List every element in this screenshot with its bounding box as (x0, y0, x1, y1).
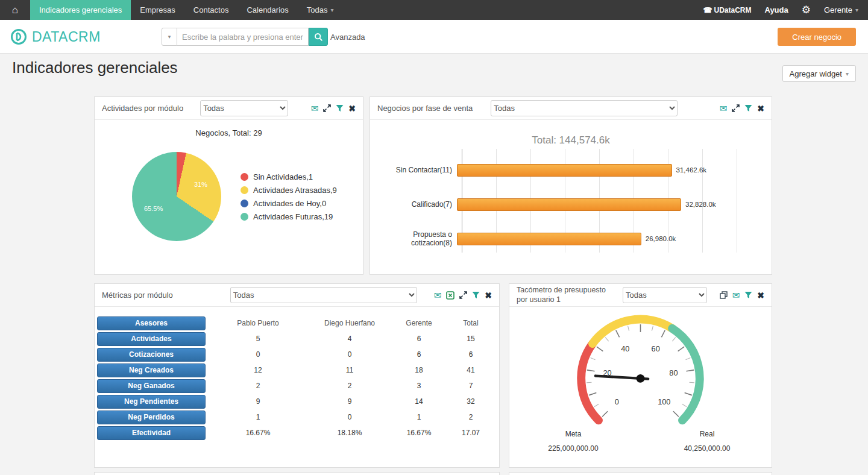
widget-header: Tacómetro de presupuesto por usuario 1 T… (509, 284, 772, 307)
table-cell: 1 (206, 413, 310, 421)
envelope-icon[interactable]: ✉ (434, 291, 442, 300)
bar (457, 164, 672, 177)
actividades-filter-select[interactable]: Todas (200, 100, 288, 116)
bar-row: Calificado(7) 32,828.0k (370, 197, 764, 212)
gear-icon[interactable]: ⚙ (802, 5, 811, 15)
metric-button-neg-ganados[interactable]: Neg Ganados (97, 379, 206, 393)
meta-label: Meta (525, 430, 621, 438)
table-cell: 6 (389, 335, 449, 343)
close-icon[interactable]: ✖ (757, 291, 764, 300)
metrics-table: Asesores Pablo Puerto Diego Huerfano Ger… (97, 315, 492, 441)
envelope-icon[interactable]: ✉ (732, 291, 740, 300)
pie-slice-label: 65.5% (144, 205, 163, 212)
nav-item-calendarios[interactable]: Calendarios (237, 0, 297, 20)
filter-icon[interactable] (336, 104, 344, 112)
excel-export-icon[interactable] (446, 291, 454, 300)
close-icon[interactable]: ✖ (348, 104, 356, 113)
widget-actividades-por-modulo: Actividades por módulo Todas ✉ ✖ Negocio… (94, 96, 363, 275)
metric-button-neg-pendientes[interactable]: Neg Pendientes (97, 395, 206, 409)
navbar-right: ☎ UDataCRM Ayuda ⚙ Gerente ▾ (703, 0, 868, 20)
next-widget-top-edge (94, 472, 500, 475)
legend-label: Actividades Futuras,19 (253, 212, 333, 221)
svg-text:0: 0 (615, 397, 619, 406)
legend-item: Sin Actividades,1 (241, 172, 337, 181)
caret-down-icon: ▾ (855, 7, 858, 13)
tacometro-filter-select[interactable]: Todas (623, 287, 707, 303)
table-cell: 3 (389, 382, 449, 390)
home-button[interactable]: ⌂ (0, 0, 30, 20)
create-business-button[interactable]: Crear negocio (778, 28, 856, 46)
table-cell: 18.18% (310, 429, 389, 437)
user-menu-label: Gerente (824, 5, 852, 14)
table-cell: 11 (310, 366, 389, 374)
metric-button-efectividad[interactable]: Efectividad (97, 426, 206, 440)
toolbar: DATACRM ▾ Avanzada Crear negocio (0, 20, 868, 54)
help-link[interactable]: Ayuda (764, 5, 788, 14)
table-cell: 0 (310, 350, 389, 359)
widget-title: Tacómetro de presupuesto por usuario 1 (517, 286, 615, 304)
envelope-icon[interactable]: ✉ (720, 104, 728, 113)
widget-actions: ✉ ✖ (720, 104, 764, 113)
metric-button-cotizaciones[interactable]: Cotizaciones (97, 348, 206, 362)
column-header: Total (449, 319, 492, 327)
nav-item-contactos[interactable]: Contactos (184, 0, 238, 20)
advanced-search-link[interactable]: Avanzada (330, 33, 365, 42)
user-menu[interactable]: Gerente ▾ (824, 5, 858, 14)
table-cell: 18 (389, 366, 449, 374)
metric-button-neg-creados[interactable]: Neg Creados (97, 363, 206, 377)
widget-tacometro-presupuesto: Tacómetro de presupuesto por usuario 1 T… (509, 283, 772, 468)
udatacrm-label: UDataCRM (714, 6, 751, 14)
widget-title: Negocios por fase de venta (377, 104, 473, 113)
pie-legend: Sin Actividades,1 Actividades Atrasadas,… (241, 168, 337, 225)
expand-icon[interactable] (323, 104, 331, 112)
widget-header: Actividades por módulo Todas ✉ ✖ (95, 97, 363, 120)
expand-icon[interactable] (732, 104, 740, 112)
search-input[interactable] (177, 28, 309, 46)
close-icon[interactable]: ✖ (757, 104, 764, 113)
caret-down-icon: ▾ (846, 71, 849, 77)
legend-item: Actividades Futuras,19 (241, 212, 337, 221)
bar-row: Sin Contactar(11) 31,462.6k (370, 163, 764, 177)
gauge-real: Real 40,250,000.00 (659, 430, 755, 453)
nav-item-indicadores-gerenciales[interactable]: Indicadores gerenciales (30, 0, 131, 20)
metricas-filter-select[interactable]: Todas (230, 287, 417, 303)
svg-text:60: 60 (652, 344, 660, 353)
table-cell: 9 (310, 397, 389, 406)
negocios-filter-select[interactable]: Todas (491, 100, 678, 116)
widget-negocios-por-fase: Negocios por fase de venta Todas ✉ ✖ Tot… (370, 96, 772, 275)
copy-icon[interactable] (720, 291, 728, 299)
close-icon[interactable]: ✖ (485, 291, 492, 300)
search-type-dropdown[interactable]: ▾ (162, 28, 177, 46)
svg-text:80: 80 (669, 368, 678, 377)
expand-icon[interactable] (459, 291, 467, 299)
top-navbar: ⌂ Indicadores gerenciales Empresas Conta… (0, 0, 868, 20)
gauge-meta: Meta 225,000,000.00 (525, 430, 621, 453)
legend-item: Actividades de Hoy,0 (241, 199, 337, 208)
filter-icon[interactable] (472, 291, 480, 299)
search-button[interactable] (309, 28, 328, 46)
meta-value: 225,000,000.00 (525, 444, 621, 453)
table-cell: 2 (310, 382, 389, 390)
datacrm-logo[interactable]: DATACRM (10, 28, 101, 46)
bar (457, 198, 681, 211)
nav-item-todas-label: Todas (307, 5, 328, 14)
metric-button-asesores[interactable]: Asesores (97, 316, 206, 330)
table-cell: 14 (389, 397, 449, 406)
table-cell: 12 (206, 366, 310, 374)
pie-area: 31% 65.5% Sin Actividades,1 Actividades … (95, 152, 363, 241)
page-title: Indicadores gerenciales (12, 58, 178, 77)
nav-item-todas[interactable]: Todas ▾ (298, 0, 343, 20)
envelope-icon[interactable]: ✉ (311, 104, 319, 113)
metric-button-actividades[interactable]: Actividades (97, 332, 206, 346)
nav-item-empresas[interactable]: Empresas (131, 0, 184, 20)
filter-icon[interactable] (744, 104, 752, 112)
add-widget-button[interactable]: Agregar widget ▾ (782, 65, 856, 82)
widget-actions: ✉ ✖ (434, 291, 492, 300)
bar-category-label: Calificado(7) (370, 200, 457, 209)
bar (457, 233, 641, 245)
filter-icon[interactable] (744, 291, 752, 299)
table-cell: 16.67% (389, 429, 449, 437)
metric-button-neg-perdidos[interactable]: Neg Perdidos (97, 411, 206, 424)
widget-actions: ✉ ✖ (720, 291, 764, 300)
udatacrm-link[interactable]: ☎ UDataCRM (703, 6, 752, 14)
